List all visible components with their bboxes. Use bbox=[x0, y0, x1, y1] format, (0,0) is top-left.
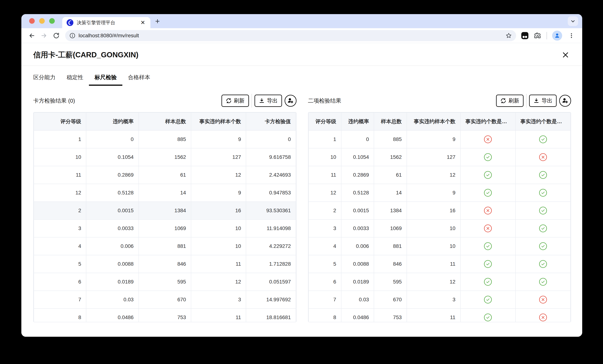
table-cell: 10 bbox=[191, 219, 246, 237]
close-icon bbox=[562, 51, 569, 59]
fail-cross-icon bbox=[539, 153, 547, 161]
browser-tab[interactable]: 决策引擎管理平台 ✕ bbox=[62, 17, 150, 28]
table-cell: 12 bbox=[407, 273, 460, 291]
browser-tab-strip: 决策引擎管理平台 ✕ + bbox=[21, 14, 582, 28]
table-cell: 11 bbox=[309, 166, 341, 184]
status-cell bbox=[460, 148, 515, 166]
tab-稳定性[interactable]: 稳定性 bbox=[61, 71, 89, 86]
browser-toolbar: localhost:8080/#/mv/result bbox=[21, 28, 582, 43]
extensions-puzzle-icon[interactable] bbox=[533, 32, 541, 40]
table-cell: 61 bbox=[374, 166, 406, 184]
tab-区分能力[interactable]: 区分能力 bbox=[28, 71, 61, 86]
table-cell: 881 bbox=[139, 237, 191, 255]
table-cell: 9 bbox=[191, 130, 246, 148]
fail-cross-icon bbox=[539, 296, 547, 304]
site-info-icon[interactable] bbox=[69, 33, 76, 39]
fail-cross-icon bbox=[484, 225, 492, 232]
table-cell: 14 bbox=[139, 184, 191, 202]
export-button[interactable]: 导出 bbox=[529, 95, 557, 107]
table-cell: 1.712828 bbox=[246, 255, 296, 273]
table-row: 50.0088846111.712828 bbox=[34, 255, 296, 273]
table-cell: 885 bbox=[374, 130, 406, 148]
table-row: 100.105415621279.616758 bbox=[34, 148, 296, 166]
table-cell: 4 bbox=[34, 237, 86, 255]
table-row: 110.286961122.424693 bbox=[34, 166, 296, 184]
table-cell: 10 bbox=[191, 237, 246, 255]
binomial-table-wrap: 评分等级违约概率样本总数事实违约样本个数事实违约个数是否小...事实违约个数是否… bbox=[308, 112, 571, 322]
table-row: 1088590 bbox=[34, 130, 296, 148]
table-cell: 885 bbox=[139, 130, 191, 148]
column-header: 卡方检验值 bbox=[246, 113, 296, 130]
table-cell: 1384 bbox=[374, 202, 406, 219]
forward-button[interactable] bbox=[39, 30, 49, 41]
tab-close-icon[interactable]: ✕ bbox=[139, 20, 146, 25]
table-cell: 5 bbox=[34, 255, 86, 273]
table-cell: 127 bbox=[407, 148, 460, 166]
page-close-button[interactable] bbox=[561, 51, 569, 59]
tab-search-button[interactable] bbox=[568, 16, 578, 26]
table-cell: 7 bbox=[309, 291, 341, 308]
status-cell bbox=[460, 291, 515, 308]
table-cell: 595 bbox=[374, 273, 406, 291]
bookmark-star-icon[interactable] bbox=[505, 32, 512, 39]
panel-title: 二项检验结果 bbox=[308, 97, 341, 105]
back-button[interactable] bbox=[26, 30, 37, 41]
table-cell: 0.2869 bbox=[341, 166, 374, 184]
url-input[interactable]: localhost:8080/#/mv/result bbox=[79, 33, 502, 39]
fail-cross-icon bbox=[484, 136, 492, 143]
tab-标尺检验[interactable]: 标尺检验 bbox=[89, 71, 122, 86]
pass-check-icon bbox=[484, 260, 492, 268]
refresh-button[interactable]: 刷新 bbox=[221, 95, 249, 107]
url-bar[interactable]: localhost:8080/#/mv/result bbox=[65, 30, 516, 41]
table-header-row: 评分等级违约概率样本总数事实违约样本个数事实违约个数是否小...事实违约个数是否… bbox=[309, 113, 571, 130]
table-cell: 0.0088 bbox=[86, 255, 139, 273]
table-cell: 595 bbox=[139, 273, 191, 291]
table-cell: 670 bbox=[374, 291, 406, 308]
column-settings-button[interactable] bbox=[559, 95, 571, 107]
table-cell: 12 bbox=[407, 166, 460, 184]
new-tab-button[interactable]: + bbox=[155, 17, 160, 25]
status-cell bbox=[460, 255, 515, 273]
column-header: 评分等级 bbox=[309, 113, 341, 130]
table-row: 120.51281490.947853 bbox=[34, 184, 296, 202]
browser-menu-button[interactable] bbox=[566, 30, 577, 41]
chi-square-panel: 卡方检验结果 (0) 刷新 导出 bbox=[33, 94, 297, 322]
column-settings-button[interactable] bbox=[285, 95, 297, 107]
favicon-icon bbox=[66, 19, 74, 26]
refresh-button[interactable]: 刷新 bbox=[496, 95, 523, 107]
table-row: 50.008884611 bbox=[309, 255, 571, 273]
page-content: 信用卡-工薪(CARD_GONGXIN) 区分能力稳定性标尺检验合格样本 卡方检… bbox=[21, 43, 582, 337]
table-cell: 1 bbox=[309, 130, 341, 148]
zoom-window-button[interactable] bbox=[49, 18, 55, 24]
table-cell: 0.006 bbox=[341, 237, 374, 255]
pass-check-icon bbox=[539, 225, 547, 232]
pass-check-icon bbox=[484, 171, 492, 179]
table-cell: 5 bbox=[309, 255, 341, 273]
export-label: 导出 bbox=[267, 97, 278, 104]
table-cell: 12 bbox=[191, 273, 246, 291]
pass-check-icon bbox=[539, 189, 547, 197]
table-cell: 7 bbox=[34, 291, 86, 308]
reload-button[interactable] bbox=[51, 30, 61, 41]
status-cell bbox=[460, 237, 515, 255]
status-cell bbox=[516, 219, 570, 237]
chi-square-table-wrap: 评分等级违约概率样本总数事实违约样本个数卡方检验值 1088590100.105… bbox=[33, 112, 297, 322]
table-cell: 753 bbox=[139, 308, 191, 322]
status-cell bbox=[516, 291, 570, 308]
table-cell: 11 bbox=[191, 255, 246, 273]
table-cell: 9.616758 bbox=[246, 148, 296, 166]
extension-app-icon[interactable] bbox=[521, 31, 529, 40]
export-button[interactable]: 导出 bbox=[255, 95, 282, 107]
table-cell: 0.5128 bbox=[341, 184, 374, 202]
profile-avatar[interactable] bbox=[552, 31, 562, 41]
table-cell: 0 bbox=[86, 130, 139, 148]
panel-title: 卡方检验结果 (0) bbox=[33, 97, 75, 105]
status-cell bbox=[516, 308, 570, 322]
refresh-label: 刷新 bbox=[234, 97, 245, 104]
tab-合格样本[interactable]: 合格样本 bbox=[122, 71, 156, 86]
column-header: 违约概率 bbox=[341, 113, 374, 130]
minimize-window-button[interactable] bbox=[39, 18, 45, 24]
table-cell: 11.914098 bbox=[246, 219, 296, 237]
close-window-button[interactable] bbox=[29, 18, 35, 24]
table-row: 110.28696112 bbox=[309, 166, 571, 184]
